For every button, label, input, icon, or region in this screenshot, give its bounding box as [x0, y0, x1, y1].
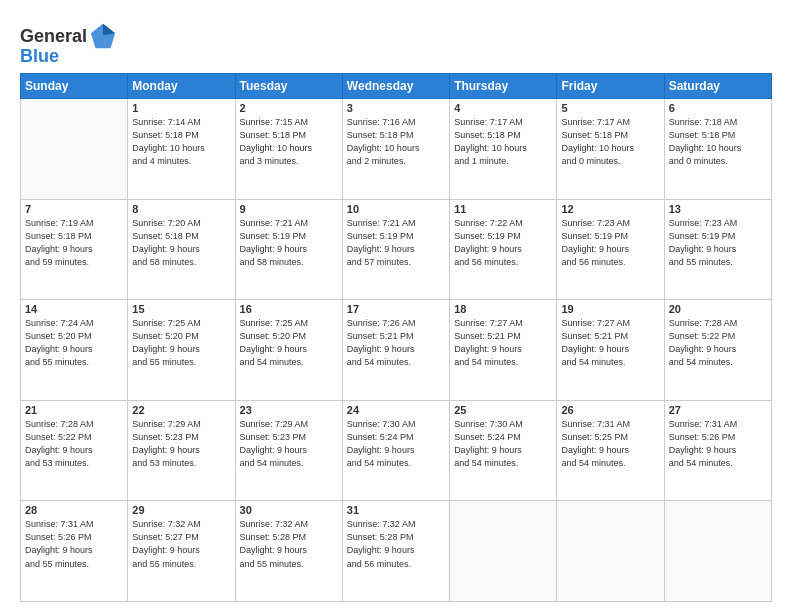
day-number: 1 [132, 102, 230, 114]
day-cell: 4Sunrise: 7:17 AM Sunset: 5:18 PM Daylig… [450, 99, 557, 200]
day-cell: 19Sunrise: 7:27 AM Sunset: 5:21 PM Dayli… [557, 300, 664, 401]
day-cell: 17Sunrise: 7:26 AM Sunset: 5:21 PM Dayli… [342, 300, 449, 401]
day-cell: 7Sunrise: 7:19 AM Sunset: 5:18 PM Daylig… [21, 199, 128, 300]
col-header-monday: Monday [128, 74, 235, 99]
day-info: Sunrise: 7:27 AM Sunset: 5:21 PM Dayligh… [561, 317, 659, 369]
day-number: 25 [454, 404, 552, 416]
day-info: Sunrise: 7:17 AM Sunset: 5:18 PM Dayligh… [454, 116, 552, 168]
day-number: 14 [25, 303, 123, 315]
col-header-thursday: Thursday [450, 74, 557, 99]
day-info: Sunrise: 7:25 AM Sunset: 5:20 PM Dayligh… [240, 317, 338, 369]
day-cell: 12Sunrise: 7:23 AM Sunset: 5:19 PM Dayli… [557, 199, 664, 300]
day-cell: 27Sunrise: 7:31 AM Sunset: 5:26 PM Dayli… [664, 400, 771, 501]
day-number: 2 [240, 102, 338, 114]
day-cell: 23Sunrise: 7:29 AM Sunset: 5:23 PM Dayli… [235, 400, 342, 501]
day-info: Sunrise: 7:16 AM Sunset: 5:18 PM Dayligh… [347, 116, 445, 168]
col-header-wednesday: Wednesday [342, 74, 449, 99]
day-info: Sunrise: 7:30 AM Sunset: 5:24 PM Dayligh… [347, 418, 445, 470]
week-row-1: 7Sunrise: 7:19 AM Sunset: 5:18 PM Daylig… [21, 199, 772, 300]
day-info: Sunrise: 7:31 AM Sunset: 5:25 PM Dayligh… [561, 418, 659, 470]
day-number: 16 [240, 303, 338, 315]
day-info: Sunrise: 7:29 AM Sunset: 5:23 PM Dayligh… [240, 418, 338, 470]
day-cell [21, 99, 128, 200]
day-cell: 2Sunrise: 7:15 AM Sunset: 5:18 PM Daylig… [235, 99, 342, 200]
day-cell: 14Sunrise: 7:24 AM Sunset: 5:20 PM Dayli… [21, 300, 128, 401]
day-number: 9 [240, 203, 338, 215]
svg-marker-1 [103, 24, 115, 35]
day-cell [557, 501, 664, 602]
day-info: Sunrise: 7:20 AM Sunset: 5:18 PM Dayligh… [132, 217, 230, 269]
day-number: 20 [669, 303, 767, 315]
day-number: 29 [132, 504, 230, 516]
day-info: Sunrise: 7:21 AM Sunset: 5:19 PM Dayligh… [240, 217, 338, 269]
day-info: Sunrise: 7:24 AM Sunset: 5:20 PM Dayligh… [25, 317, 123, 369]
day-number: 24 [347, 404, 445, 416]
day-number: 18 [454, 303, 552, 315]
day-cell: 10Sunrise: 7:21 AM Sunset: 5:19 PM Dayli… [342, 199, 449, 300]
day-cell: 5Sunrise: 7:17 AM Sunset: 5:18 PM Daylig… [557, 99, 664, 200]
day-number: 10 [347, 203, 445, 215]
day-cell: 24Sunrise: 7:30 AM Sunset: 5:24 PM Dayli… [342, 400, 449, 501]
day-info: Sunrise: 7:32 AM Sunset: 5:28 PM Dayligh… [240, 518, 338, 570]
col-header-friday: Friday [557, 74, 664, 99]
day-info: Sunrise: 7:18 AM Sunset: 5:18 PM Dayligh… [669, 116, 767, 168]
day-cell [664, 501, 771, 602]
day-number: 5 [561, 102, 659, 114]
week-row-2: 14Sunrise: 7:24 AM Sunset: 5:20 PM Dayli… [21, 300, 772, 401]
header: General Blue [20, 18, 772, 67]
day-number: 15 [132, 303, 230, 315]
day-number: 13 [669, 203, 767, 215]
week-row-3: 21Sunrise: 7:28 AM Sunset: 5:22 PM Dayli… [21, 400, 772, 501]
day-number: 21 [25, 404, 123, 416]
day-number: 23 [240, 404, 338, 416]
day-info: Sunrise: 7:32 AM Sunset: 5:27 PM Dayligh… [132, 518, 230, 570]
day-info: Sunrise: 7:29 AM Sunset: 5:23 PM Dayligh… [132, 418, 230, 470]
calendar-table: SundayMondayTuesdayWednesdayThursdayFrid… [20, 73, 772, 602]
day-info: Sunrise: 7:23 AM Sunset: 5:19 PM Dayligh… [669, 217, 767, 269]
day-number: 17 [347, 303, 445, 315]
day-cell: 8Sunrise: 7:20 AM Sunset: 5:18 PM Daylig… [128, 199, 235, 300]
day-cell: 3Sunrise: 7:16 AM Sunset: 5:18 PM Daylig… [342, 99, 449, 200]
day-cell: 18Sunrise: 7:27 AM Sunset: 5:21 PM Dayli… [450, 300, 557, 401]
day-info: Sunrise: 7:21 AM Sunset: 5:19 PM Dayligh… [347, 217, 445, 269]
day-cell: 22Sunrise: 7:29 AM Sunset: 5:23 PM Dayli… [128, 400, 235, 501]
logo-icon [89, 22, 117, 50]
week-row-4: 28Sunrise: 7:31 AM Sunset: 5:26 PM Dayli… [21, 501, 772, 602]
day-info: Sunrise: 7:22 AM Sunset: 5:19 PM Dayligh… [454, 217, 552, 269]
day-info: Sunrise: 7:28 AM Sunset: 5:22 PM Dayligh… [25, 418, 123, 470]
week-row-0: 1Sunrise: 7:14 AM Sunset: 5:18 PM Daylig… [21, 99, 772, 200]
day-cell: 6Sunrise: 7:18 AM Sunset: 5:18 PM Daylig… [664, 99, 771, 200]
day-number: 12 [561, 203, 659, 215]
day-number: 8 [132, 203, 230, 215]
day-info: Sunrise: 7:30 AM Sunset: 5:24 PM Dayligh… [454, 418, 552, 470]
col-header-saturday: Saturday [664, 74, 771, 99]
day-number: 11 [454, 203, 552, 215]
col-header-tuesday: Tuesday [235, 74, 342, 99]
day-number: 30 [240, 504, 338, 516]
logo: General Blue [20, 22, 117, 67]
day-info: Sunrise: 7:14 AM Sunset: 5:18 PM Dayligh… [132, 116, 230, 168]
day-number: 31 [347, 504, 445, 516]
day-info: Sunrise: 7:27 AM Sunset: 5:21 PM Dayligh… [454, 317, 552, 369]
day-cell: 11Sunrise: 7:22 AM Sunset: 5:19 PM Dayli… [450, 199, 557, 300]
day-cell: 30Sunrise: 7:32 AM Sunset: 5:28 PM Dayli… [235, 501, 342, 602]
day-cell: 13Sunrise: 7:23 AM Sunset: 5:19 PM Dayli… [664, 199, 771, 300]
day-cell: 29Sunrise: 7:32 AM Sunset: 5:27 PM Dayli… [128, 501, 235, 602]
day-number: 28 [25, 504, 123, 516]
day-number: 26 [561, 404, 659, 416]
day-cell: 25Sunrise: 7:30 AM Sunset: 5:24 PM Dayli… [450, 400, 557, 501]
day-number: 22 [132, 404, 230, 416]
day-cell [450, 501, 557, 602]
day-cell: 31Sunrise: 7:32 AM Sunset: 5:28 PM Dayli… [342, 501, 449, 602]
day-number: 27 [669, 404, 767, 416]
logo-general: General [20, 26, 87, 47]
day-number: 19 [561, 303, 659, 315]
day-info: Sunrise: 7:25 AM Sunset: 5:20 PM Dayligh… [132, 317, 230, 369]
day-info: Sunrise: 7:23 AM Sunset: 5:19 PM Dayligh… [561, 217, 659, 269]
day-info: Sunrise: 7:28 AM Sunset: 5:22 PM Dayligh… [669, 317, 767, 369]
day-info: Sunrise: 7:31 AM Sunset: 5:26 PM Dayligh… [669, 418, 767, 470]
day-info: Sunrise: 7:32 AM Sunset: 5:28 PM Dayligh… [347, 518, 445, 570]
day-info: Sunrise: 7:19 AM Sunset: 5:18 PM Dayligh… [25, 217, 123, 269]
day-cell: 28Sunrise: 7:31 AM Sunset: 5:26 PM Dayli… [21, 501, 128, 602]
day-info: Sunrise: 7:26 AM Sunset: 5:21 PM Dayligh… [347, 317, 445, 369]
